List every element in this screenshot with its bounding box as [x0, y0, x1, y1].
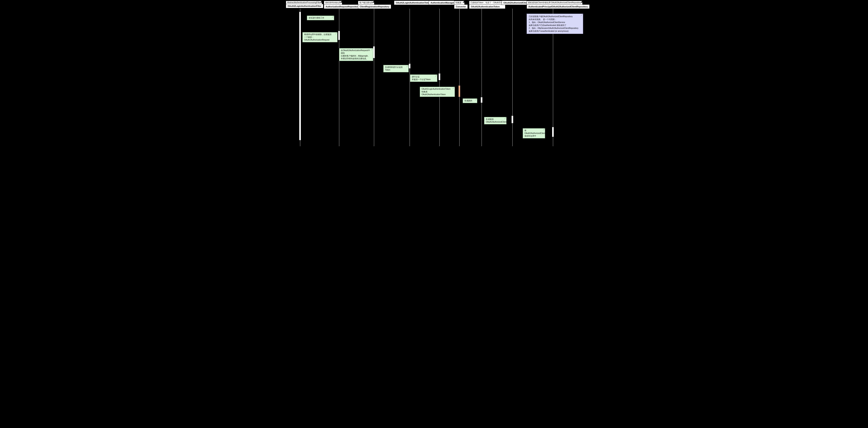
participant-tag: 已授权的Token，包含了：OAuth2User [469, 1, 505, 5]
lifeline [482, 9, 482, 146]
participant: 授权成功的Client存储仓库:OAuth2AuthorizedClientRe… [527, 1, 590, 9]
sequence-note: 在OAuth2AuthorizationRequest中得到 注册的客户端的Id… [339, 48, 373, 61]
activation-bar [373, 46, 375, 58]
participant: OAuth2AuthorizedClient [502, 1, 530, 5]
participant: AbstractAuthenticationProcessingFilterOA… [286, 1, 323, 8]
participant-head: AuthenticatedPrincipalOAuth2AuthorizedCl… [527, 4, 590, 9]
activation-bar [512, 116, 513, 123]
participant-tag: 授权请求存储仓库 [324, 1, 342, 5]
participant-head: OAuth2AuthorizedClient [502, 1, 530, 5]
sequence-note: OAuth2LoginAuthenticationToken 转换成 OAuth… [420, 87, 455, 97]
sequence-note: 生成用来进行认证的Token [383, 65, 409, 72]
sequence-note: 尝试进行授权工作 [307, 15, 334, 20]
participant-tag: 授权成功的Client存储仓库:OAuth2AuthorizedClientRe… [527, 1, 583, 5]
participant: 客户端注册仓库ClientRegistrationRepository [358, 1, 391, 9]
activation-bar [409, 64, 411, 69]
participant-head: OAuth2LoginAuthenticationToken [394, 1, 432, 5]
info-note: 已经登陆客户端OAuth2AuthorizedClientRepository的… [527, 14, 583, 34]
participant-tag: 客户端注册仓库 [358, 1, 374, 5]
sequence-note: 生成新的 OAuth2AuthorizedClient [484, 117, 506, 124]
sequence-note: 将请求仓库中的移除，以便返回 一个新的：OAuth2AuthorizationR… [302, 32, 338, 42]
activation-bar [458, 86, 460, 97]
participant: 授权请求存储仓库AuthorizationRequestRepository [324, 1, 361, 9]
activation-bar [552, 127, 554, 137]
participant-head: AuthorizationRequestRepository [324, 4, 361, 9]
participant: 转换器：Converter [454, 1, 468, 9]
participant-head: ClientRegistrationRepository [358, 4, 391, 9]
participant-tag: AbstractAuthenticationProcessingFilter [286, 1, 322, 4]
sequence-note: 生成新的 [463, 98, 477, 103]
activation-bar [338, 31, 340, 40]
participant: 已授权的Token，包含了：OAuth2UserOAuth2Authentica… [469, 1, 505, 9]
lifeline [339, 9, 339, 146]
lifeline [459, 9, 460, 146]
participant-tag: 转换器： [454, 1, 465, 5]
sequence-note: 将 OAuth2AuthorizedClient 保存到仓库中 [523, 128, 545, 138]
participant-head: Converter [454, 4, 468, 9]
participant-head: OAuth2AuthenticationToken [469, 4, 505, 9]
activation-bar [480, 97, 483, 103]
activation-bar [438, 73, 440, 80]
participant-head: AuthenticationManager [429, 1, 456, 5]
participant-head: OAuth2LoginAuthenticationFilter [286, 4, 323, 8]
participant: AuthenticationManager [429, 1, 456, 5]
lifeline [300, 9, 300, 146]
participant: OAuth2LoginAuthenticationToken [394, 1, 432, 5]
sequence-note: 进行认证 并返回一个认证Token [410, 74, 437, 82]
